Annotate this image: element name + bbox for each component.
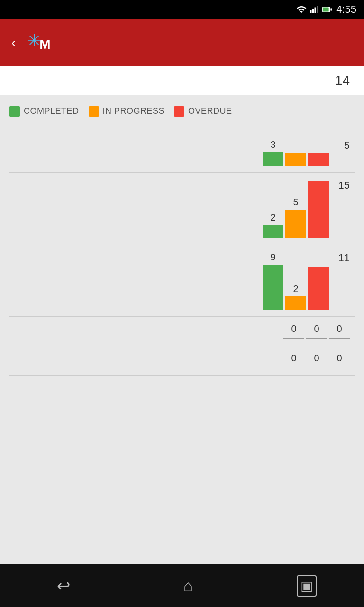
bar-rect-1-2 [285,153,306,166]
svg-rect-0 [310,10,312,13]
bar-col-5-2: 0 [306,353,327,368]
bar-col-4-1: 0 [283,323,304,339]
bar-col-3-2: 2 [285,284,306,310]
svg-rect-6 [331,8,332,11]
chart-group-1: 35 [9,133,355,173]
bar-col-3-3 [308,265,329,310]
svg-rect-3 [317,6,318,13]
bar-value-3-1: 9 [270,252,275,263]
chart-group-2: 2515 [9,173,355,245]
bar-rect-1-3 [308,153,329,166]
battery-icon [321,4,333,15]
bar-value-4-1: 0 [291,323,296,334]
chart-group-4: 000 [9,317,355,346]
bottom-nav: ↩ ⌂ ▣ [0,564,364,607]
bar-col-5-1: 0 [283,353,304,368]
bar-value-4-3: 0 [337,323,342,334]
bar-rect-3-2 [285,296,306,310]
svg-rect-2 [315,8,316,13]
legend-row: COMPLETED IN PROGRESS OVERDUE [0,95,364,128]
bar-col-5-3: 0 [329,353,350,368]
in-progress-color-dot [89,106,99,117]
bar-col-2-2: 5 [285,197,306,238]
bar-value-3-2: 2 [293,284,298,294]
bar-rect-3-1 [263,265,283,310]
bar-col-3-1: 9 [263,252,283,310]
nav-back-button[interactable]: ↩ [47,571,80,600]
bar-value-4-2: 0 [314,323,319,334]
bar-rect-2-3 [308,181,329,238]
status-icons: 4:55 [296,3,356,16]
overdue-label: OVERDUE [188,106,232,116]
group-total-2: 15 [333,179,350,192]
bar-col-1-3 [308,151,329,166]
wifi-icon [296,4,307,15]
bar-rect-4-3 [329,338,350,339]
bar-value-5-3: 0 [337,353,342,364]
legend-completed: COMPLETED [9,106,79,117]
group-total-1: 5 [333,139,350,152]
completed-label: COMPLETED [24,106,79,116]
bar-value-2-2: 5 [293,197,298,208]
bar-col-1-2 [285,151,306,166]
legend-in-progress: IN PROGRESS [89,106,165,117]
signal-icon [309,4,318,15]
bar-rect-4-1 [283,338,304,339]
bar-rect-4-2 [306,338,327,339]
bar-col-4-2: 0 [306,323,327,339]
completed-color-dot [9,106,20,117]
logo-star-icon: ✳ [27,31,41,51]
chart-group-5: 000 [9,346,355,376]
svg-rect-5 [323,7,329,11]
group-total-3: 11 [333,252,350,264]
nav-recents-button[interactable]: ▣ [297,575,317,597]
svg-rect-1 [312,9,314,13]
legend-overdue: OVERDUE [174,106,232,117]
overdue-color-dot [174,106,184,117]
bar-value-2-1: 2 [270,212,275,223]
bar-rect-5-2 [306,368,327,368]
bar-rect-5-3 [329,368,350,368]
bar-rect-5-1 [283,368,304,368]
app-bar: ‹ ✳ M [0,19,364,66]
in-progress-label: IN PROGRESS [103,106,165,116]
bar-col-4-3: 0 [329,323,350,339]
bar-value-5-1: 0 [291,353,296,364]
bar-rect-2-1 [263,225,283,238]
total-counter-row: 14 [0,66,364,95]
total-count-value: 14 [335,73,350,88]
status-bar: 4:55 [0,0,364,19]
chart-group-3: 9211 [9,245,355,317]
bar-rect-1-1 [263,152,283,166]
bar-rect-3-3 [308,267,329,310]
bar-col-1-1: 3 [263,139,283,166]
nav-home-button[interactable]: ⌂ [174,572,203,600]
chart-area: 3525159211000000 [0,128,364,564]
status-time: 4:55 [336,3,356,16]
bar-col-2-1: 2 [263,212,283,238]
bar-value-5-2: 0 [314,353,319,364]
bar-value-1-1: 3 [270,139,275,150]
bar-rect-2-2 [285,210,306,238]
back-button[interactable]: ‹ [8,31,19,54]
bar-col-2-3 [308,179,329,238]
app-logo: ✳ M [27,33,50,53]
